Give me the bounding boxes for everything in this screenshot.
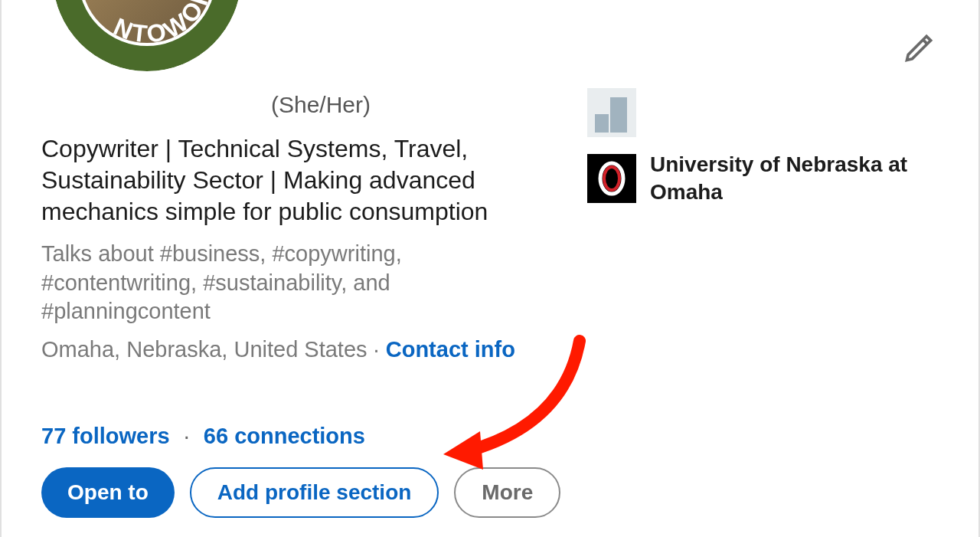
location-text: Omaha, Nebraska, United States bbox=[41, 337, 368, 362]
add-profile-section-button[interactable]: Add profile section bbox=[190, 467, 439, 518]
school-row[interactable]: University of Nebraska at Omaha bbox=[587, 151, 939, 207]
edit-profile-icon[interactable] bbox=[903, 31, 936, 64]
headline-text: Copywriter | Technical Systems, Travel, … bbox=[41, 133, 554, 228]
followers-link[interactable]: 77 followers bbox=[41, 424, 170, 448]
school-name: University of Nebraska at Omaha bbox=[650, 151, 939, 207]
connections-link[interactable]: 66 connections bbox=[204, 424, 365, 448]
company-row[interactable] bbox=[587, 88, 939, 137]
open-to-work-ring-text: NTOWORK bbox=[53, 0, 217, 48]
contact-info-link[interactable]: Contact info bbox=[386, 337, 515, 362]
open-to-button[interactable]: Open to bbox=[41, 467, 175, 518]
more-button[interactable]: More bbox=[454, 467, 560, 518]
pronouns-text: (She/Her) bbox=[271, 92, 371, 118]
talks-about-text: Talks about #business, #copywriting, #co… bbox=[41, 240, 554, 326]
school-logo-icon bbox=[587, 154, 636, 203]
svg-point-1 bbox=[604, 167, 619, 190]
company-logo-icon bbox=[587, 88, 636, 137]
profile-avatar[interactable]: NTOWORK bbox=[47, 0, 247, 77]
